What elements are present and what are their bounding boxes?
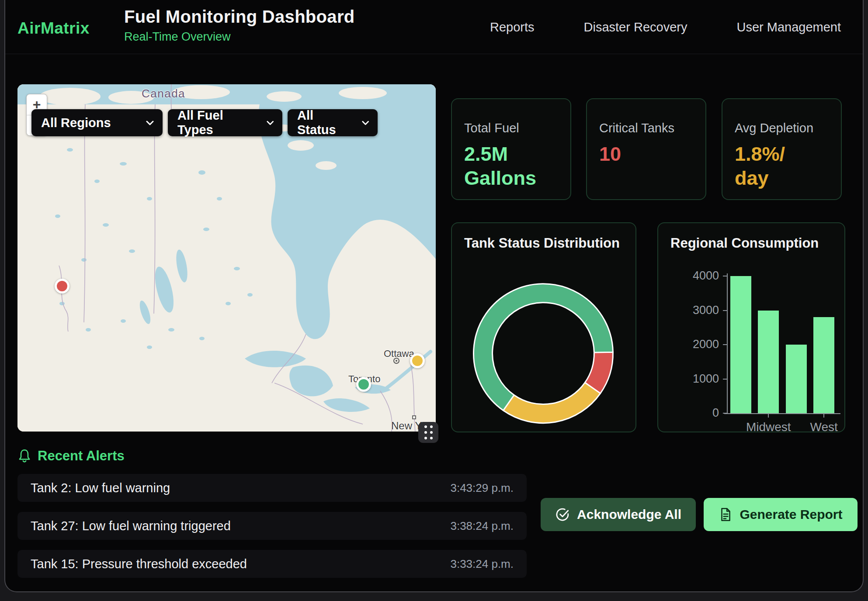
acknowledge-all-button[interactable]: Acknowledge All — [541, 498, 696, 531]
new-york-town-icon — [412, 415, 416, 419]
y-tick-label: 3000 — [658, 304, 719, 317]
map-marker-warning[interactable] — [410, 353, 425, 368]
x-tick-mark — [768, 414, 769, 418]
stat-card-avg-depletion: Avg Depletion 1.8%/ day — [722, 98, 842, 200]
y-tick-label: 2000 — [658, 338, 719, 351]
alert-message: Tank 2: Low fuel warning — [31, 481, 170, 495]
chevron-down-icon — [362, 121, 369, 125]
nav-user-management[interactable]: User Management — [736, 20, 841, 35]
stat-card-critical-tanks: Critical Tanks 10 — [586, 98, 706, 200]
map-marker-normal[interactable] — [356, 377, 371, 392]
x-axis-line — [724, 413, 840, 414]
y-tick-label: 1000 — [658, 372, 719, 386]
chevron-down-icon — [146, 121, 154, 125]
fuel-type-filter-value: All Fuel Types — [177, 108, 255, 137]
alert-message: Tank 15: Pressure threshold exceeded — [31, 557, 247, 571]
chevron-down-icon — [267, 121, 274, 125]
y-tick-mark — [723, 276, 727, 276]
bar — [758, 311, 779, 414]
alert-timestamp: 3:38:24 p.m. — [450, 519, 514, 533]
bar — [813, 317, 834, 413]
tank-status-chart-card: Tank Status Distribution — [451, 222, 636, 432]
report-document-icon — [719, 507, 733, 522]
tank-status-donut-chart — [452, 223, 635, 431]
main-nav: Reports Disaster Recovery User Managemen… — [490, 0, 841, 54]
bar — [786, 345, 807, 413]
nav-reports[interactable]: Reports — [490, 20, 535, 35]
generate-report-button[interactable]: Generate Report — [704, 498, 858, 531]
header: AirMatrix Fuel Monitoring Dashboard Real… — [5, 0, 863, 54]
page-title: Fuel Monitoring Dashboard — [124, 7, 354, 27]
map-filter-bar: All Regions All Fuel Types All Status — [31, 109, 378, 136]
acknowledge-all-label: Acknowledge All — [577, 507, 681, 522]
dashboard-window: AirMatrix Fuel Monitoring Dashboard Real… — [4, 0, 864, 592]
bell-icon — [17, 449, 31, 463]
alert-timestamp: 3:33:24 p.m. — [450, 557, 514, 571]
map-drag-handle-icon[interactable] — [418, 422, 438, 443]
status-filter-dropdown[interactable]: All Status — [288, 109, 378, 136]
nav-disaster-recovery[interactable]: Disaster Recovery — [584, 20, 687, 35]
bar — [730, 276, 751, 413]
alert-row[interactable]: Tank 27: Low fuel warning triggered 3:38… — [17, 512, 527, 540]
brand-logo: AirMatrix — [17, 19, 90, 38]
alert-timestamp: 3:43:29 p.m. — [450, 481, 514, 495]
map[interactable]: Canada Ottawa Toronto New York + − All R… — [17, 84, 436, 432]
stat-label: Critical Tanks — [599, 121, 694, 135]
stat-value: 10 — [599, 142, 694, 166]
donut-segment — [503, 383, 601, 423]
y-tick-mark — [723, 413, 727, 414]
regional-consumption-chart-card: Regional Consumption 01000200030004000Mi… — [657, 222, 845, 432]
stat-value: 2.5M Gallons — [464, 142, 559, 190]
regional-consumption-bar-chart: 01000200030004000MidwestWest — [658, 223, 844, 432]
map-marker-critical[interactable] — [55, 279, 69, 294]
y-tick-mark — [723, 344, 727, 345]
title-block: Fuel Monitoring Dashboard Real-Time Over… — [124, 7, 354, 44]
region-filter-value: All Regions — [41, 116, 111, 130]
y-tick-mark — [723, 379, 727, 380]
map-label-canada: Canada — [142, 87, 185, 100]
y-tick-mark — [723, 310, 727, 311]
recent-alerts-header: Recent Alerts — [17, 448, 125, 464]
stat-value: 1.8%/ day — [735, 142, 830, 190]
stat-card-total-fuel: Total Fuel 2.5M Gallons — [451, 98, 571, 200]
y-axis-line — [727, 273, 728, 413]
recent-alerts-title: Recent Alerts — [38, 448, 125, 464]
region-filter-dropdown[interactable]: All Regions — [31, 109, 163, 136]
alert-row[interactable]: Tank 2: Low fuel warning 3:43:29 p.m. — [17, 474, 527, 502]
y-tick-label: 0 — [658, 406, 719, 420]
y-tick-label: 4000 — [658, 269, 719, 283]
fuel-type-filter-dropdown[interactable]: All Fuel Types — [168, 109, 282, 136]
stat-label: Total Fuel — [464, 121, 559, 135]
generate-report-label: Generate Report — [740, 507, 842, 522]
stat-label: Avg Depletion — [735, 121, 830, 135]
status-filter-value: All Status — [297, 108, 351, 137]
x-tick-label: West — [785, 420, 863, 434]
alert-row[interactable]: Tank 15: Pressure threshold exceeded 3:3… — [17, 550, 527, 578]
map-label-ottawa: Ottawa — [384, 348, 414, 359]
check-circle-icon — [555, 507, 570, 522]
x-tick-mark — [823, 414, 824, 418]
page-subtitle: Real-Time Overview — [124, 30, 354, 44]
screen: AirMatrix Fuel Monitoring Dashboard Real… — [0, 0, 868, 601]
ottawa-town-icon — [393, 358, 399, 364]
alert-message: Tank 27: Low fuel warning triggered — [31, 519, 231, 533]
